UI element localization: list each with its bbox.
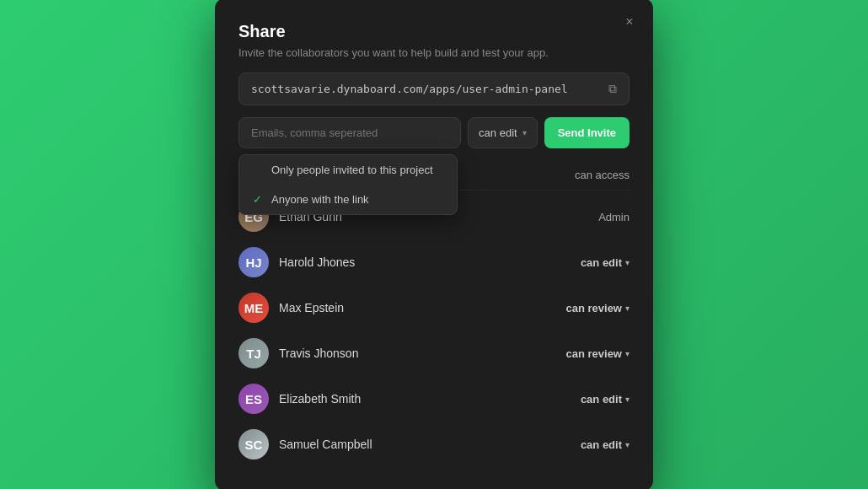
chevron-down-icon: ▾ bbox=[625, 349, 630, 358]
permission-dropdown-menu: Only people invited to this project ✓ An… bbox=[238, 154, 458, 215]
collaborator-role[interactable]: can review▾ bbox=[566, 347, 630, 360]
dropdown-item-anyone[interactable]: ✓ Anyone with the link bbox=[239, 185, 457, 214]
list-item: HJHarold Jhonescan edit▾ bbox=[238, 239, 630, 285]
permission-label: can edit bbox=[479, 126, 517, 139]
collaborator-role[interactable]: can edit▾ bbox=[581, 438, 630, 451]
check-icon: ✓ bbox=[253, 193, 265, 206]
collaborator-list: EGEthan GunnAdminHJHarold Jhonescan edit… bbox=[238, 194, 630, 467]
avatar: ME bbox=[238, 293, 269, 323]
list-item: ESElizabeth Smithcan edit▾ bbox=[238, 376, 630, 422]
collaborator-role[interactable]: can review▾ bbox=[566, 302, 630, 314]
collaborator-role[interactable]: can edit▾ bbox=[581, 393, 630, 406]
copy-icon[interactable]: ⧉ bbox=[608, 82, 617, 96]
chevron-down-icon: ▾ bbox=[522, 128, 527, 137]
avatar: SC bbox=[238, 429, 269, 459]
collaborator-name: Samuel Campbell bbox=[279, 438, 372, 451]
modal-subtitle: Invite the collaborators you want to hel… bbox=[238, 46, 630, 59]
collaborator-name: Travis Jhonson bbox=[279, 347, 358, 360]
modal-title: Share bbox=[238, 22, 630, 41]
role-label: can review bbox=[566, 302, 623, 314]
share-modal: × Share Invite the collaborators you wan… bbox=[215, 0, 653, 489]
collaborator-role: Admin bbox=[598, 211, 630, 223]
permission-dropdown[interactable]: can edit ▾ bbox=[468, 117, 538, 148]
url-bar: scottsavarie.dynaboard.com/apps/user-adm… bbox=[238, 73, 630, 105]
role-label: Admin bbox=[598, 211, 630, 223]
can-access-label: can access bbox=[575, 169, 630, 181]
list-item: SCSamuel Campbellcan edit▾ bbox=[238, 422, 630, 467]
role-label: can edit bbox=[581, 438, 622, 451]
close-button[interactable]: × bbox=[619, 12, 640, 32]
url-text: scottsavarie.dynaboard.com/apps/user-adm… bbox=[251, 83, 568, 95]
role-label: can review bbox=[566, 347, 623, 360]
dropdown-item-only-people[interactable]: Only people invited to this project bbox=[239, 155, 457, 185]
collaborator-name: Harold Jhones bbox=[279, 255, 355, 269]
invite-row: can edit ▾ Send Invite Only people invit… bbox=[238, 117, 630, 148]
collaborator-name: Max Epstein bbox=[279, 301, 344, 314]
dropdown-option-2: Anyone with the link bbox=[271, 193, 369, 206]
role-label: can edit bbox=[581, 393, 622, 406]
avatar: TJ bbox=[238, 338, 269, 368]
email-input[interactable] bbox=[238, 117, 461, 148]
role-label: can edit bbox=[581, 256, 622, 269]
chevron-down-icon: ▾ bbox=[625, 304, 630, 313]
list-item: MEMax Epsteincan review▾ bbox=[238, 285, 630, 330]
avatar: HJ bbox=[238, 247, 269, 277]
avatar: ES bbox=[238, 384, 269, 414]
chevron-down-icon: ▾ bbox=[625, 395, 630, 404]
list-item: TJTravis Jhonsoncan review▾ bbox=[238, 330, 630, 376]
collaborator-role[interactable]: can edit▾ bbox=[581, 256, 630, 269]
dropdown-option-1: Only people invited to this project bbox=[271, 164, 433, 176]
chevron-down-icon: ▾ bbox=[625, 258, 630, 267]
chevron-down-icon: ▾ bbox=[625, 440, 630, 449]
collaborator-name: Elizabeth Smith bbox=[279, 392, 361, 406]
send-invite-button[interactable]: Send Invite bbox=[544, 117, 630, 148]
